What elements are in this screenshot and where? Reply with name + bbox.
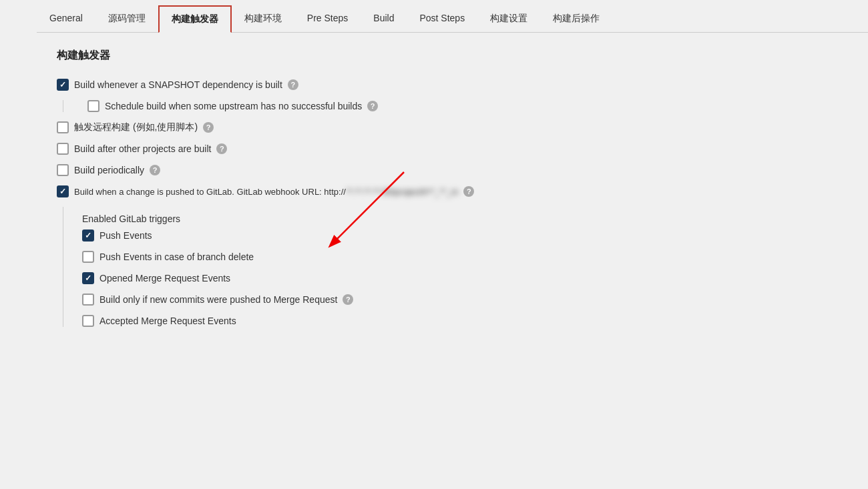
help-icon-upstream[interactable]: ? bbox=[367, 101, 378, 111]
help-icon-after-projects[interactable]: ? bbox=[216, 143, 227, 154]
tab-post-build[interactable]: 构建后操作 bbox=[540, 5, 612, 33]
trigger-periodically-row: Build periodically ? bbox=[57, 164, 848, 176]
label-periodically: Build periodically bbox=[74, 165, 144, 175]
label-merge-request: Opened Merge Request Events bbox=[99, 273, 230, 284]
gitlab-subgroup-title: Enabled GitLab triggers bbox=[82, 207, 848, 229]
label-upstream: Schedule build when some upstream has no… bbox=[105, 101, 362, 111]
tab-source-mgmt[interactable]: 源码管理 bbox=[95, 5, 158, 33]
trigger-push-events-row: Push Events bbox=[82, 229, 848, 241]
content-area: 构建触发器 Build whenever a SNAPSHOT dependen… bbox=[37, 33, 868, 352]
label-accepted-mr: Accepted Merge Request Events bbox=[99, 316, 236, 326]
tab-build[interactable]: Build bbox=[361, 5, 407, 33]
help-icon-snapshot[interactable]: ? bbox=[288, 79, 298, 90]
checkbox-periodically[interactable] bbox=[57, 164, 69, 176]
checkbox-after-projects[interactable] bbox=[57, 143, 69, 155]
label-after-projects: Build after other projects are built bbox=[74, 143, 211, 154]
trigger-remote-row: 触发远程构建 (例如,使用脚本) ? bbox=[57, 121, 848, 133]
checkbox-gitlab[interactable] bbox=[57, 185, 69, 197]
checkbox-upstream[interactable] bbox=[87, 100, 99, 112]
help-icon-periodically[interactable]: ? bbox=[150, 165, 160, 175]
checkbox-remote[interactable] bbox=[57, 121, 69, 133]
trigger-upstream-row: Schedule build when some upstream has no… bbox=[82, 100, 848, 112]
label-new-commits: Build only if new commits were pushed to… bbox=[99, 294, 337, 305]
section-title: 构建触发器 bbox=[57, 49, 848, 63]
trigger-snapshot-row: Build whenever a SNAPSHOT dependency is … bbox=[57, 79, 848, 91]
trigger-push-branch-delete-row: Push Events in case of branch delete bbox=[82, 251, 848, 263]
label-remote: 触发远程构建 (例如,使用脚本) bbox=[74, 121, 198, 133]
checkbox-accepted-mr[interactable] bbox=[82, 315, 94, 327]
checkbox-merge-request[interactable] bbox=[82, 272, 94, 284]
help-icon-gitlab[interactable]: ? bbox=[463, 186, 474, 197]
trigger-merge-request-row: Opened Merge Request Events bbox=[82, 272, 848, 284]
help-icon-new-commits[interactable]: ? bbox=[343, 294, 353, 305]
trigger-new-commits-row: Build only if new commits were pushed to… bbox=[82, 294, 848, 306]
tab-pre-steps[interactable]: Pre Steps bbox=[294, 5, 361, 33]
gitlab-subgroup: Enabled GitLab triggers Push Events Push… bbox=[63, 207, 848, 327]
page-container: General 源码管理 构建触发器 构建环境 Pre Steps Build … bbox=[0, 0, 868, 489]
tab-general[interactable]: General bbox=[37, 5, 95, 33]
checkbox-push-events[interactable] bbox=[82, 229, 94, 241]
tab-build-settings[interactable]: 构建设置 bbox=[477, 5, 540, 33]
tab-post-steps[interactable]: Post Steps bbox=[407, 5, 477, 33]
checkbox-push-branch-delete[interactable] bbox=[82, 251, 94, 263]
trigger-gitlab-row: Build when a change is pushed to GitLab.… bbox=[57, 185, 848, 197]
label-snapshot: Build whenever a SNAPSHOT dependency is … bbox=[74, 79, 282, 90]
tab-build-env[interactable]: 构建环境 bbox=[232, 5, 294, 33]
checkbox-snapshot[interactable] bbox=[57, 79, 69, 91]
tab-build-trigger[interactable]: 构建触发器 bbox=[158, 5, 232, 33]
tabs-bar: General 源码管理 构建触发器 构建环境 Pre Steps Build … bbox=[37, 0, 868, 33]
checkbox-new-commits[interactable] bbox=[82, 294, 94, 306]
annotation-layer: Build whenever a SNAPSHOT dependency is … bbox=[57, 79, 848, 327]
help-icon-remote[interactable]: ? bbox=[203, 122, 214, 133]
label-gitlab: Build when a change is pushed to GitLab.… bbox=[74, 187, 458, 197]
label-push-events: Push Events bbox=[99, 230, 152, 241]
webhook-url-blurred: **.**.**.**:30/project/h**_**_m bbox=[346, 187, 458, 197]
trigger-after-projects-row: Build after other projects are built ? bbox=[57, 143, 848, 155]
trigger-accepted-mr-row: Accepted Merge Request Events bbox=[82, 315, 848, 327]
label-push-branch-delete: Push Events in case of branch delete bbox=[99, 252, 254, 262]
